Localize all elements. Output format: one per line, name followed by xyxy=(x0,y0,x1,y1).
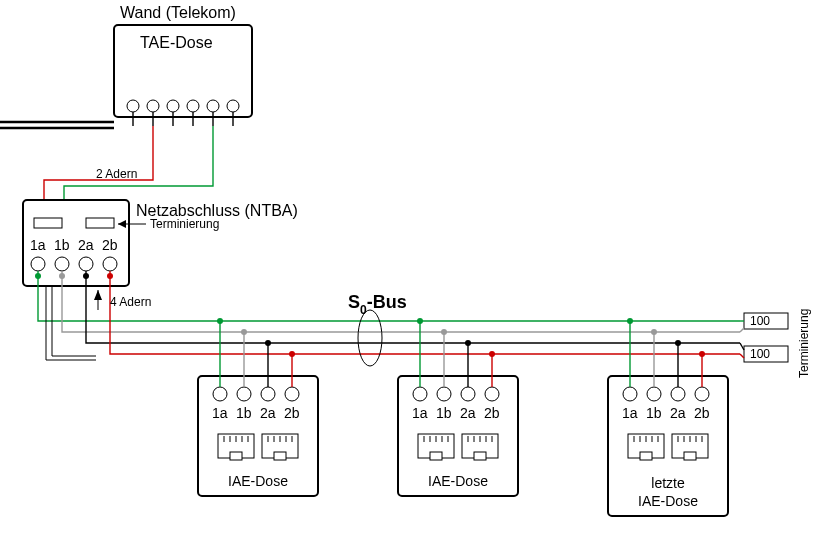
iae1-pin-0: 1a xyxy=(212,405,228,421)
svg-point-71 xyxy=(441,329,447,335)
ntba-pin-1a: 1a xyxy=(30,237,46,253)
iae1-pin-1: 1b xyxy=(236,405,252,421)
iae3: 1a1b2a2bletzteIAE-Dose xyxy=(608,318,728,516)
tae-label: TAE-Dose xyxy=(140,34,213,51)
iae3-pin-1: 1b xyxy=(646,405,662,421)
iae3-pin-0: 1a xyxy=(622,405,638,421)
ntba-pin-1b: 1b xyxy=(54,237,70,253)
svg-line-36 xyxy=(740,343,744,350)
iae1-pin-3: 2b xyxy=(284,405,300,421)
iae2: 1a1b2a2bIAE-Dose xyxy=(398,318,518,496)
svg-point-50 xyxy=(289,351,295,357)
terminierung-arrow: Terminierung xyxy=(118,217,219,231)
svg-point-41 xyxy=(217,318,223,324)
iae3-caption: IAE-Dose xyxy=(638,493,698,509)
s0-suffix: -Bus xyxy=(367,292,407,312)
bus-drop: 4 Adern xyxy=(38,271,740,360)
s0-prefix: S xyxy=(348,292,360,312)
adern2-label: 2 Adern xyxy=(96,167,137,181)
adern4-label: 4 Adern xyxy=(110,295,151,309)
iae2-caption: IAE-Dose xyxy=(428,473,488,489)
svg-line-34 xyxy=(740,328,744,332)
incoming-line xyxy=(0,122,114,128)
ntba-pin-2a: 2a xyxy=(78,237,94,253)
iae2-pin-2: 2a xyxy=(460,405,476,421)
svg-point-95 xyxy=(627,318,633,324)
ntba-box: Netzabschluss (NTBA) Terminierung 1a 1b … xyxy=(23,200,298,286)
ntba-pin-2b: 2b xyxy=(102,237,118,253)
term-arrow-label: Terminierung xyxy=(150,217,219,231)
svg-point-47 xyxy=(265,340,271,346)
svg-rect-59 xyxy=(274,452,286,460)
svg-point-101 xyxy=(675,340,681,346)
svg-point-77 xyxy=(489,351,495,357)
iae3-pin-2: 2a xyxy=(670,405,686,421)
svg-point-98 xyxy=(651,329,657,335)
iae3-letzte: letzte xyxy=(651,475,685,491)
svg-point-68 xyxy=(417,318,423,324)
r100a: 100 xyxy=(750,314,770,328)
r100b: 100 xyxy=(750,347,770,361)
iae1-pin-2: 2a xyxy=(260,405,276,421)
s0-bus-label: S0-Bus xyxy=(348,292,407,366)
svg-line-37 xyxy=(740,354,744,358)
svg-point-104 xyxy=(699,351,705,357)
svg-rect-106 xyxy=(640,452,652,460)
iae2-pin-3: 2b xyxy=(484,405,500,421)
svg-rect-86 xyxy=(474,452,486,460)
iae2-pin-0: 1a xyxy=(412,405,428,421)
svg-rect-79 xyxy=(430,452,442,460)
iae1-caption: IAE-Dose xyxy=(228,473,288,489)
iae1: 1a1b2a2bIAE-Dose xyxy=(198,318,318,496)
term-right-label: Terminierung xyxy=(797,309,811,378)
wand-label: Wand (Telekom) xyxy=(120,4,236,21)
svg-point-44 xyxy=(241,329,247,335)
svg-rect-52 xyxy=(230,452,242,460)
iae3-pin-3: 2b xyxy=(694,405,710,421)
drop-2adern: 2 Adern xyxy=(44,112,233,200)
svg-point-74 xyxy=(465,340,471,346)
iae2-pin-1: 1b xyxy=(436,405,452,421)
svg-text:S0-Bus: S0-Bus xyxy=(348,292,407,317)
termination-right: 100 100 Terminierung xyxy=(740,309,811,378)
svg-rect-113 xyxy=(684,452,696,460)
tae-box: Wand (Telekom) TAE-Dose xyxy=(114,4,252,117)
svg-point-31 xyxy=(358,310,382,366)
